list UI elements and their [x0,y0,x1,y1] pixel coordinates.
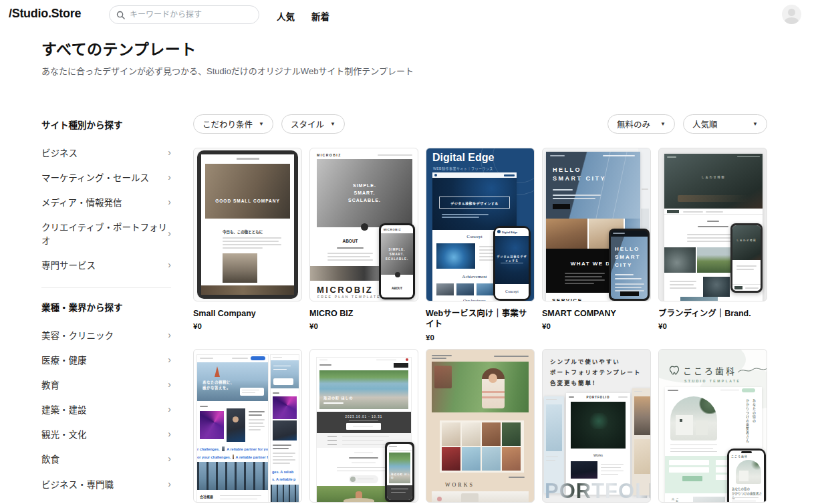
main-content: こだわり条件 ▼ スタイル ▼ 無料のみ ▼ 人気順 ▼ [193,114,767,503]
filter-free-only-select[interactable]: 無料のみ ▼ [607,114,675,134]
sidebar-item-label: 観光・文化 [41,427,87,440]
template-card-small-company[interactable]: GOOD SMALL COMPANY 今日も、この街とともに Small Com… [193,148,302,342]
sidebar-item-media[interactable]: メディア・情報発信 › [41,189,171,214]
building-block [696,420,708,435]
promo-text: シンプルで使いやすい ポートフォリオテンプレート 色変更も簡単！ [550,356,641,388]
filter-label: 無料のみ [617,118,650,130]
sidebar-item-professional-services[interactable]: 専門サービス › [41,253,171,277]
sidebar-item-label: 飲食 [41,452,59,465]
sidebar-item-architecture[interactable]: 建築・建設 › [41,397,171,422]
hero-photo: SIMPLE. SMART. SCALABLE. [317,159,412,227]
sort-order-select[interactable]: 人気順 ▼ [683,114,767,134]
tree-shape [698,396,717,414]
form-row [669,460,709,465]
filter-condition-dropdown[interactable]: こだわり条件 ▼ [193,114,273,134]
template-card-brand[interactable]: しあわせ時間 [658,148,767,342]
avatar-head [788,9,795,16]
shirt-stripe [482,391,505,393]
template-thumbnail: HELLO SMART CITY WHAT WE DO [542,148,651,301]
hands-photo [703,277,730,297]
grid-photo [442,447,460,471]
tea-hero-photo: しあわせ時間 [664,154,763,209]
chevron-right-icon: › [168,148,171,157]
nav-popular[interactable]: 人気 [277,9,295,23]
phone-hero-text: しあわせ時間 [732,239,761,242]
phone-hero-text: 海辺の町 ほしの [391,473,410,479]
hero-photo: GOOD SMALL COMPANY [205,164,290,219]
tooth-icon [668,364,680,376]
campaign-date: 2023.10.01 - 10.31 [317,415,411,418]
sidebar-item-label: マーケティング・セールス [41,170,149,184]
template-thumbnail: シンプルで使いやすい ポートフォリオテンプレート 色変更も簡単！ PORTFOL… [542,349,651,503]
hero-vertical-text: しあわせ時間 [664,175,763,179]
phone-mockup: こころ歯科 あなたの街の かかりつけの歯医者さん [727,449,766,503]
filter-style-dropdown[interactable]: スタイル ▼ [281,114,345,134]
sidebar-section-title-site-type: サイト種別から探す [41,116,171,140]
search-bar[interactable] [109,5,259,24]
header-pill [742,388,755,392]
site-mockup-desktop: あなたの挑戦に、 確かな答えを。 [197,355,268,503]
portfolio-wordmark: PORTFOLIO [545,479,651,503]
phone-scroll-button [395,272,400,277]
marquee-text: or your challenges. [197,455,231,459]
teacups-photo [664,247,696,273]
promo-line: ポートフォリオテンプレート [550,367,641,378]
sidebar-item-marketing-sales[interactable]: マーケティング・セールス › [41,164,171,189]
user-avatar[interactable] [782,5,801,24]
sidebar-item-label: 医療・健康 [41,353,87,366]
person-figure [482,368,505,408]
sidebar-item-label: ビジネス [41,146,78,159]
path-shape [344,498,374,503]
template-card-micro-biz[interactable]: MICROBIZ SIMPLE. SMART. SCALABLE. ABOUT … [309,148,418,342]
sidebar-item-creative-portfolio[interactable]: クリエイティブ・ポートフォリオ › [41,215,171,253]
header-dot [406,358,408,361]
sidebar-item-label: 美容・クリニック [41,328,114,342]
site-cta [504,174,515,177]
caret-down-icon: ▼ [660,121,666,127]
search-input[interactable] [130,10,243,19]
phone-hero-text: CITY [615,262,632,268]
sidebar-item-beauty-clinic[interactable]: 美容・クリニック › [41,322,171,347]
studio-store-logo[interactable]: /Studio.Store [9,7,81,21]
sidebar-item-tourism-culture[interactable]: 観光・文化 › [41,422,171,447]
hero-portrait-photo [432,362,529,412]
template-card-corporate[interactable]: あなたの挑戦に、 確かな答えを。 [193,349,302,503]
studio-template-label: STUDIO TEMPLATE [684,379,740,383]
phone-arch-photo [736,460,761,484]
template-price: ¥0 [193,322,302,330]
sidebar-item-education[interactable]: 教育 › [41,372,171,396]
nav-new[interactable]: 新着 [311,9,329,23]
section-heading: 今日も、この街とともに [223,229,263,235]
caret-down-icon: ▼ [753,121,758,127]
window-mullions [197,462,268,490]
template-card-smart-company[interactable]: HELLO SMART CITY WHAT WE DO [542,148,651,342]
concept-image [436,243,475,269]
template-card-digital-edge[interactable]: Digital Edge WEB制作事業サイト｜フリーランス デジタル技術をデザ… [426,148,535,342]
template-card-coastal[interactable]: 海辺の町 ほしの 2023.10.01 - 10.31 [309,349,418,503]
sidebar-item-business-professional[interactable]: ビジネス・専門職 › [41,471,171,496]
sidebar-item-medical-health[interactable]: 医療・健康 › [41,347,171,372]
sidebar-item-business[interactable]: ビジネス › [41,140,171,164]
sidebar-item-label: メディア・情報発信 [41,195,122,209]
site-screen: GOOD SMALL COMPANY 今日も、この街とともに [201,154,294,295]
template-card-photo-portfolio[interactable]: WORKS [426,349,535,503]
building-shape [434,366,452,388]
sidebar-item-creator[interactable]: クリエイター › [41,496,171,504]
portrait-photo [227,408,245,442]
phone-hero-text: HELLO [615,246,640,252]
works-label: Works [566,453,630,457]
mobile-swirl-image [273,396,297,419]
template-card-simple-portfolio[interactable]: シンプルで使いやすい ポートフォリオテンプレート 色変更も簡単！ PORTFOL… [542,349,651,503]
scroll-button [361,223,368,231]
phone-hero: HELLO SMART CITY [611,237,648,299]
promo-line: 色変更も簡単！ [550,378,641,388]
filter-label: スタイル [291,118,324,130]
phone-mockup: 海辺の町 ほしの [385,442,414,502]
site-logo: MICROBIZ [317,153,342,157]
chevron-right-icon: › [168,260,171,269]
header-cta [251,356,265,360]
sidebar-item-restaurant[interactable]: 飲食 › [41,447,171,471]
vertical-text: かかりつけの歯医者さん [745,399,750,443]
sidebar-item-label: 教育 [41,378,59,391]
template-card-kokoro-dental[interactable]: こころ歯科 STUDIO TEMPLATE あなたの街の [658,349,767,503]
